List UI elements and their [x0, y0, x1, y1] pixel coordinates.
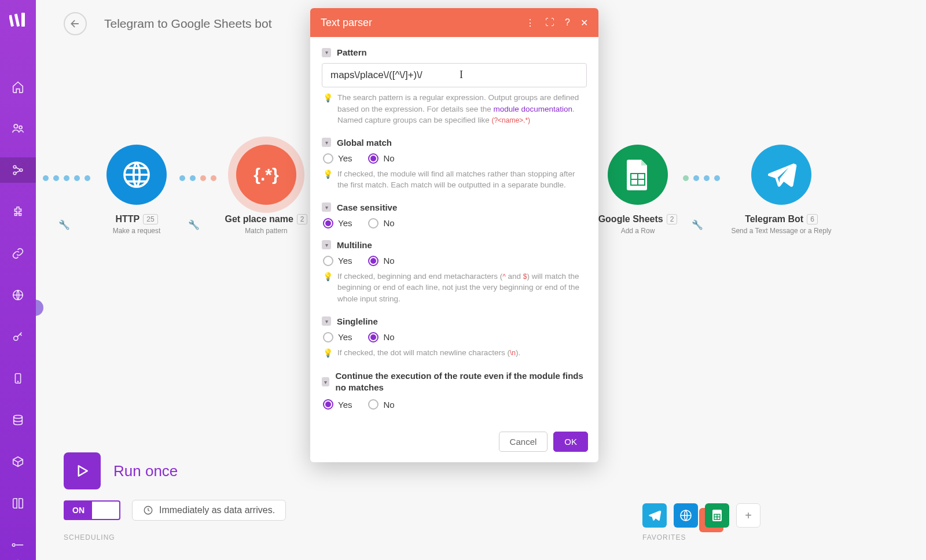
global-no[interactable]: No: [368, 153, 394, 164]
collapse-toggle[interactable]: ▾: [322, 202, 331, 212]
node-http[interactable]: 🔧 HTTP25 Make a request: [90, 145, 183, 235]
nav-home[interactable]: [0, 74, 36, 100]
node-sheets-circle[interactable]: [608, 145, 668, 205]
nav-docs[interactable]: [0, 491, 36, 516]
badge: 25: [143, 214, 157, 224]
multiline-hint: 💡 If checked, beginning and end metachar…: [322, 271, 587, 305]
svg-point-4: [19, 126, 22, 129]
nav-devices[interactable]: [0, 366, 36, 391]
text-parser-dialog: Text parser ⋮ ⛶ ? ✕ ▾ Pattern I 💡 The se…: [310, 8, 598, 462]
text-cursor-icon: I: [460, 69, 463, 81]
badge: 2: [667, 214, 678, 224]
nav-keys[interactable]: [0, 324, 36, 349]
singleline-label: Singleline: [337, 316, 378, 326]
ok-button[interactable]: OK: [553, 432, 588, 452]
connector-dots: [179, 175, 216, 182]
multiline-label: Multiline: [337, 240, 372, 250]
nav-scenarios[interactable]: [0, 157, 36, 183]
menu-icon[interactable]: ⋮: [526, 17, 535, 28]
svg-point-11: [17, 381, 18, 382]
wrench-icon[interactable]: 🔧: [692, 219, 703, 230]
nav-datastructures[interactable]: [0, 449, 36, 474]
dialog-title: Text parser: [321, 17, 526, 29]
schedule-toggle[interactable]: ON: [64, 500, 120, 520]
case-no[interactable]: No: [368, 218, 394, 229]
schedule-row: ON Immediately as data arrives.: [64, 500, 286, 521]
wrench-icon[interactable]: 🔧: [188, 219, 200, 230]
field-pattern: ▾ Pattern I 💡 The search pattern is a re…: [322, 47, 587, 126]
svg-point-12: [14, 415, 23, 419]
global-yes[interactable]: Yes: [323, 153, 352, 164]
svg-rect-1: [14, 14, 20, 27]
schedule-pill[interactable]: Immediately as data arrives.: [132, 500, 286, 521]
svg-rect-2: [21, 13, 25, 27]
field-multiline: ▾ Multiline Yes No 💡 If checked, beginni…: [322, 240, 587, 305]
collapse-toggle[interactable]: ▾: [322, 316, 331, 326]
collapse-toggle[interactable]: ▾: [322, 48, 331, 57]
fav-sheets[interactable]: [705, 503, 729, 528]
node-parser[interactable]: 🔧 {.*} Get place name2 Match pattern: [220, 145, 313, 235]
nav-more[interactable]: [0, 532, 36, 558]
help-icon[interactable]: ?: [565, 17, 570, 28]
dialog-header[interactable]: Text parser ⋮ ⛶ ? ✕: [310, 8, 598, 37]
svg-point-3: [14, 124, 17, 128]
fav-add[interactable]: +: [736, 503, 760, 528]
dialog-footer: Cancel OK: [310, 426, 598, 462]
multiline-yes[interactable]: Yes: [323, 256, 352, 266]
collapse-toggle[interactable]: ▾: [322, 240, 331, 249]
continue-yes[interactable]: Yes: [323, 399, 352, 410]
nav-connections[interactable]: [0, 241, 36, 266]
nav-templates[interactable]: [0, 199, 36, 224]
svg-point-5: [13, 165, 16, 168]
node-telegram[interactable]: 🔧 Telegram Bot6 Send a Text Message or a…: [723, 145, 839, 235]
pattern-input[interactable]: [322, 63, 587, 87]
node-telegram-circle[interactable]: [751, 145, 811, 205]
continue-no[interactable]: No: [368, 399, 394, 410]
scheduling-label: SCHEDULING: [64, 533, 286, 541]
nav-team[interactable]: [0, 116, 36, 141]
back-button[interactable]: [64, 12, 87, 35]
global-hint: 💡 If checked, the module will find all m…: [322, 168, 587, 191]
make-logo[interactable]: [9, 13, 27, 28]
singleline-yes[interactable]: Yes: [323, 332, 352, 342]
svg-point-6: [13, 172, 16, 175]
node-parser-label: Get place name2: [225, 214, 308, 224]
run-once-button[interactable]: [64, 452, 101, 489]
node-http-sublabel: Make a request: [113, 227, 161, 235]
fav-http[interactable]: [674, 503, 698, 528]
wrench-icon[interactable]: 🔧: [58, 219, 70, 230]
lightbulb-icon: 💡: [323, 92, 333, 126]
cancel-button[interactable]: Cancel: [499, 432, 548, 452]
pattern-label: Pattern: [337, 47, 367, 57]
nav-notifications[interactable]: [12, 558, 24, 560]
svg-point-7: [20, 169, 23, 172]
favorites-label: FAVORITES: [642, 533, 686, 541]
sidebar-bottom: ?: [10, 558, 26, 560]
toggle-on-label: ON: [65, 502, 92, 519]
svg-point-13: [12, 544, 15, 547]
collapse-toggle[interactable]: ▾: [322, 377, 329, 386]
case-yes[interactable]: Yes: [323, 218, 352, 229]
singleline-no[interactable]: No: [368, 332, 394, 342]
field-continue: ▾ Continue the execution of the route ev…: [322, 370, 587, 410]
expand-icon[interactable]: ⛶: [545, 17, 554, 28]
nav-webhooks[interactable]: [0, 282, 36, 308]
clock-icon: [143, 505, 153, 515]
global-label: Global match: [337, 138, 392, 148]
scenario-title[interactable]: Telegram to Google Sheets bot: [104, 17, 272, 31]
collapse-toggle[interactable]: ▾: [322, 138, 331, 147]
node-parser-circle[interactable]: {.*}: [236, 145, 296, 205]
documentation-link[interactable]: module documentation: [493, 105, 572, 113]
node-sheets[interactable]: 🔧 Google Sheets2 Add a Row: [591, 145, 684, 235]
close-icon[interactable]: ✕: [580, 17, 588, 28]
nav-datastores[interactable]: [0, 407, 36, 433]
node-http-circle[interactable]: [106, 145, 167, 205]
node-sheets-sublabel: Add a Row: [621, 227, 655, 235]
node-sheets-label: Google Sheets2: [598, 214, 678, 224]
pattern-hint: 💡 The search pattern is a regular expres…: [322, 92, 587, 126]
fav-telegram[interactable]: [642, 503, 667, 528]
badge: 2: [297, 214, 308, 224]
multiline-no[interactable]: No: [368, 256, 394, 266]
connector-dots: [43, 175, 90, 182]
field-case: ▾ Case sensitive Yes No: [322, 202, 587, 229]
